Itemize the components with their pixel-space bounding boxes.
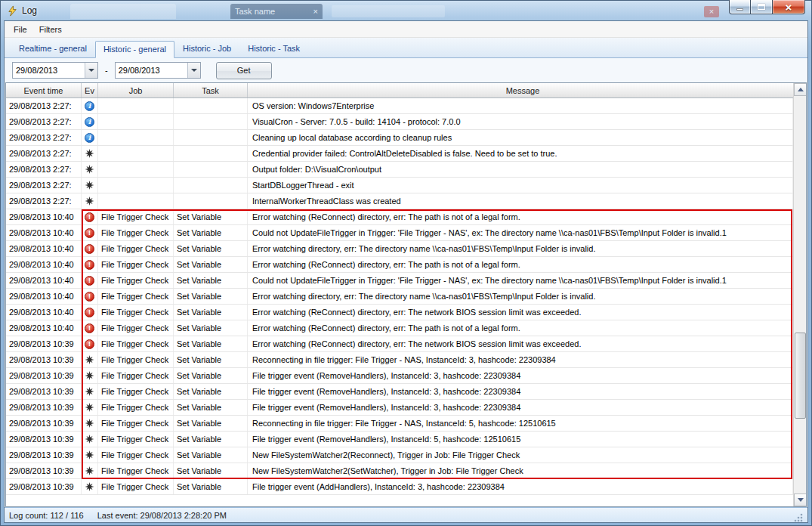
log-row[interactable]: 29/08/2013 10:39File Trigger CheckSet Va… (6, 432, 793, 447)
log-row[interactable]: 29/08/2013 10:39!File Trigger CheckSet V… (6, 336, 793, 352)
log-row[interactable]: 29/08/2013 10:39File Trigger CheckSet Va… (6, 352, 793, 368)
log-row[interactable]: 29/08/2013 10:40!File Trigger CheckSet V… (6, 289, 793, 305)
message-cell: StartDBLoggerThread - exit (248, 178, 793, 193)
event-type-cell (82, 162, 98, 177)
menu-file[interactable]: File (8, 23, 33, 36)
task-cell: Set Variable (174, 400, 248, 415)
log-row[interactable]: 29/08/2013 10:39File Trigger CheckSet Va… (6, 400, 793, 416)
status-bar: Log count: 112 / 116 Last event: 29/08/2… (5, 507, 807, 522)
resize-grip-icon[interactable] (793, 512, 803, 522)
get-button[interactable]: Get (216, 62, 272, 79)
event-time-cell: 29/08/2013 10:40 (6, 241, 82, 256)
job-cell: File Trigger Check (98, 225, 174, 240)
job-cell: File Trigger Check (98, 273, 174, 288)
background-close-ghost: × (704, 6, 719, 17)
event-type-cell (82, 447, 98, 463)
tab-strip: Realtime - general Historic - general Hi… (5, 38, 807, 58)
column-header-task[interactable]: Task (174, 83, 248, 97)
error-icon: ! (85, 228, 94, 238)
job-cell: File Trigger Check (98, 257, 174, 272)
message-cell: File trigger event (RemoveHandlers), Ins… (248, 384, 793, 399)
log-row[interactable]: 29/08/2013 10:39File Trigger CheckSet Va… (6, 384, 793, 400)
log-row[interactable]: 29/08/2013 10:40!File Trigger CheckSet V… (6, 273, 793, 289)
log-row[interactable]: 29/08/2013 10:40!File Trigger CheckSet V… (6, 209, 793, 225)
log-row[interactable]: 29/08/2013 10:39File Trigger CheckSet Va… (6, 479, 793, 495)
minimize-button[interactable] (729, 0, 751, 14)
date-to-dropdown-button[interactable] (187, 63, 200, 78)
date-toolbar: 29/08/2013 - 29/08/2013 Get (5, 58, 807, 82)
tab-historic-general[interactable]: Historic - general (95, 41, 174, 58)
lightning-icon (7, 5, 18, 17)
log-row[interactable]: 29/08/2013 2:27:InternalWorkerThreadClas… (6, 193, 793, 209)
event-type-cell (82, 146, 98, 161)
background-field-ghost (332, 5, 445, 17)
close-button[interactable]: × (772, 0, 805, 14)
burst-icon (85, 181, 94, 190)
log-rows: 29/08/2013 2:27:iOS version: Windows7Ent… (6, 98, 793, 495)
log-row[interactable]: 29/08/2013 2:27:StartDBLoggerThread - ex… (6, 178, 793, 193)
date-from-picker[interactable]: 29/08/2013 (12, 62, 98, 79)
burst-icon (85, 403, 94, 412)
tab-historic-job[interactable]: Historic - Job (174, 40, 239, 57)
event-type-cell (82, 432, 98, 447)
tab-realtime-general[interactable]: Realtime - general (11, 40, 95, 57)
log-row[interactable]: 29/08/2013 10:39File Trigger CheckSet Va… (6, 447, 793, 463)
date-from-dropdown-button[interactable] (85, 63, 97, 78)
event-time-cell: 29/08/2013 10:39 (6, 432, 82, 447)
burst-icon (85, 450, 94, 459)
maximize-button[interactable] (751, 0, 772, 14)
menu-filters[interactable]: Filters (33, 23, 68, 36)
log-row[interactable]: 29/08/2013 10:40!File Trigger CheckSet V… (6, 320, 793, 336)
vertical-scrollbar[interactable] (793, 83, 806, 506)
job-cell (98, 162, 174, 177)
scroll-up-button[interactable] (794, 83, 807, 96)
message-cell: Error watching (ReConnect) directory, er… (248, 257, 793, 272)
event-type-cell (82, 400, 98, 415)
close-icon: × (786, 2, 792, 13)
scrollbar-thumb[interactable] (795, 333, 806, 419)
message-cell: Reconnecting in file trigger: File Trigg… (248, 416, 793, 431)
scroll-down-button[interactable] (794, 494, 807, 506)
grid-header: Event time Ev Job Task Message (6, 83, 793, 98)
date-from-value: 29/08/2013 (13, 66, 85, 75)
log-row[interactable]: 29/08/2013 10:40!File Trigger CheckSet V… (6, 305, 793, 320)
burst-icon (85, 387, 94, 396)
event-time-cell: 29/08/2013 10:39 (6, 368, 82, 383)
task-cell: Set Variable (174, 320, 248, 336)
task-cell: Set Variable (174, 289, 248, 304)
event-time-cell: 29/08/2013 10:40 (6, 289, 82, 304)
message-cell: File trigger event (RemoveHandlers), Ins… (248, 400, 793, 415)
job-cell: File Trigger Check (98, 463, 174, 478)
date-to-picker[interactable]: 29/08/2013 (115, 62, 201, 79)
log-row[interactable]: 29/08/2013 2:27:iCleaning up local datab… (6, 130, 793, 146)
message-cell: Error watching (ReConnect) directory, er… (248, 320, 793, 336)
error-icon: ! (85, 212, 94, 222)
log-count-status: Log count: 112 / 116 (9, 511, 84, 520)
job-cell (98, 178, 174, 193)
column-header-job[interactable]: Job (98, 83, 174, 97)
date-range-separator: - (105, 66, 108, 75)
log-row[interactable]: 29/08/2013 10:39File Trigger CheckSet Va… (6, 463, 793, 479)
log-row[interactable]: 29/08/2013 2:27:iVisualCron - Server: 7.… (6, 114, 793, 130)
message-cell: New FileSystemWatcher2(Reconnect), Trigg… (248, 447, 793, 463)
background-window-ghost (70, 4, 176, 19)
tab-historic-task[interactable]: Historic - Task (239, 40, 308, 57)
event-type-cell: i (82, 98, 98, 113)
column-header-ev[interactable]: Ev (82, 83, 98, 97)
event-time-cell: 29/08/2013 2:27: (6, 146, 82, 161)
log-row[interactable]: 29/08/2013 10:40!File Trigger CheckSet V… (6, 225, 793, 241)
burst-icon (85, 149, 94, 158)
log-row[interactable]: 29/08/2013 10:39File Trigger CheckSet Va… (6, 416, 793, 432)
log-row[interactable]: 29/08/2013 10:40!File Trigger CheckSet V… (6, 241, 793, 257)
log-row[interactable]: 29/08/2013 2:27:iOS version: Windows7Ent… (6, 98, 793, 114)
title-bar[interactable]: Task name × × Log × (4, 1, 808, 20)
log-row[interactable]: 29/08/2013 10:40!File Trigger CheckSet V… (6, 257, 793, 273)
task-cell (174, 130, 248, 145)
job-cell (98, 98, 174, 113)
log-row[interactable]: 29/08/2013 2:27:Credential provider fail… (6, 146, 793, 162)
log-row[interactable]: 29/08/2013 2:27:Output folder: D:\Visual… (6, 162, 793, 178)
column-header-message[interactable]: Message (248, 83, 793, 97)
task-cell: Set Variable (174, 225, 248, 240)
log-row[interactable]: 29/08/2013 10:39File Trigger CheckSet Va… (6, 368, 793, 384)
column-header-event-time[interactable]: Event time (6, 83, 82, 97)
